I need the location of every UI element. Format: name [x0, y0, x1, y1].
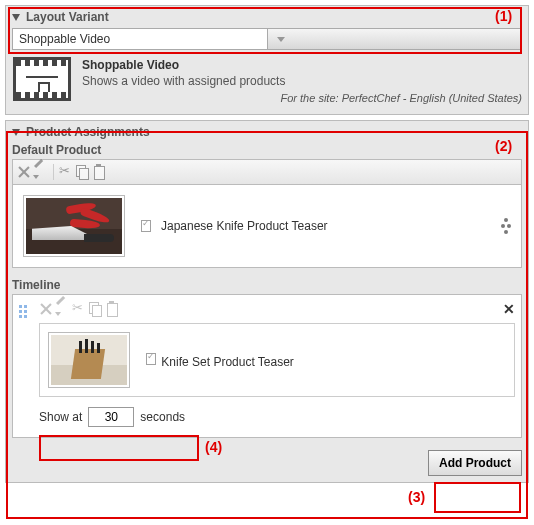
- layout-variant-panel: Layout Variant Shoppable Video Shoppable…: [5, 5, 529, 115]
- edit-icon[interactable]: [33, 165, 47, 179]
- default-product-card[interactable]: Japanese Knife Product Teaser: [12, 184, 522, 268]
- timeline-product-card[interactable]: Knife Set Product Teaser: [39, 323, 515, 397]
- cut-icon[interactable]: [60, 165, 74, 179]
- timeline-item: ✕ Knife Set Product Teaser: [12, 294, 522, 438]
- chevron-down-icon: [274, 32, 516, 46]
- product-name: Knife Set Product Teaser: [161, 355, 294, 369]
- paste-icon[interactable]: [92, 165, 106, 179]
- paste-icon[interactable]: [105, 302, 119, 316]
- timeline-toolbar: ✕: [39, 301, 515, 323]
- layout-variant-value: Shoppable Video: [13, 32, 267, 46]
- separator: [53, 164, 54, 180]
- delete-icon[interactable]: [17, 165, 31, 179]
- timeline-label: Timeline: [6, 278, 528, 294]
- collapse-icon: [12, 14, 20, 21]
- cut-icon[interactable]: [73, 302, 87, 316]
- default-product-label: Default Product: [6, 143, 528, 159]
- drag-handle-icon[interactable]: [501, 218, 511, 234]
- reorder-handle[interactable]: [19, 301, 33, 318]
- delete-icon[interactable]: [39, 302, 53, 316]
- product-thumbnail: [23, 195, 125, 257]
- layout-variant-description: Shoppable Video Shows a video with assig…: [6, 56, 528, 114]
- show-at-suffix: seconds: [140, 410, 185, 424]
- annotation-label-3: (3): [408, 489, 425, 505]
- product-assignments-title: Product Assignments: [26, 125, 150, 139]
- layout-variant-title: Layout Variant: [26, 10, 109, 24]
- teaser-icon: [139, 219, 153, 233]
- show-at-row: Show at seconds: [39, 397, 515, 431]
- product-thumbnail: [48, 332, 130, 388]
- copy-icon[interactable]: [76, 165, 90, 179]
- variant-thumbnail: [12, 56, 72, 102]
- edit-icon[interactable]: [55, 302, 69, 316]
- product-assignments-header[interactable]: Product Assignments: [6, 121, 528, 143]
- show-at-input[interactable]: [88, 407, 134, 427]
- copy-icon[interactable]: [89, 302, 103, 316]
- video-icon: [13, 57, 71, 101]
- annotation-box-3: [434, 482, 521, 513]
- layout-variant-select[interactable]: Shoppable Video: [12, 28, 522, 50]
- teaser-icon: [144, 352, 158, 366]
- default-toolbar: [12, 159, 522, 184]
- add-product-button[interactable]: Add Product: [428, 450, 522, 476]
- close-icon[interactable]: ✕: [503, 301, 515, 317]
- variant-subtitle: Shows a video with assigned products: [82, 72, 522, 92]
- variant-site-label: For the site: PerfectChef - English (Uni…: [82, 92, 522, 104]
- show-at-prefix: Show at: [39, 410, 82, 424]
- product-name: Japanese Knife Product Teaser: [161, 219, 328, 233]
- dropdown-button[interactable]: [267, 29, 522, 49]
- product-assignments-panel: Product Assignments Default Product Japa…: [5, 120, 529, 483]
- layout-variant-header[interactable]: Layout Variant: [6, 6, 528, 28]
- collapse-icon: [12, 129, 20, 136]
- variant-title: Shoppable Video: [82, 56, 522, 72]
